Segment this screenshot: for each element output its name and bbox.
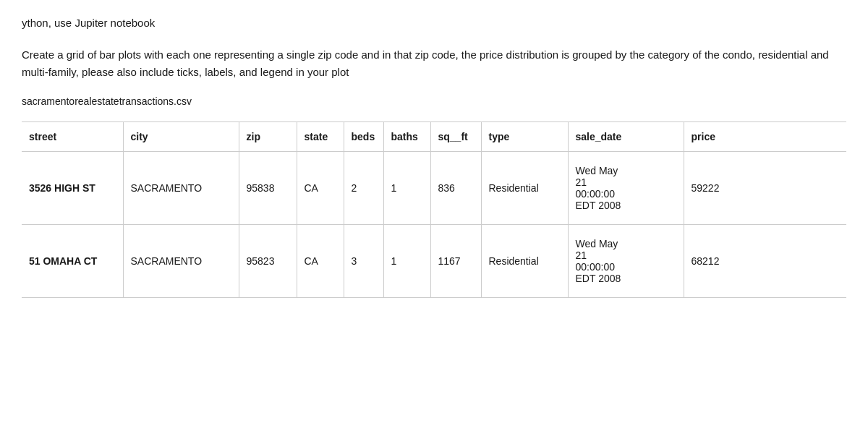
intro-line: ython, use Jupiter notebook [22, 14, 846, 32]
col-header-state: state [297, 122, 344, 152]
cell-city: SACRAMENTO [123, 225, 239, 298]
cell-sale-date: Wed May2100:00:00EDT 2008 [568, 152, 684, 225]
cell-street: 51 OMAHA CT [22, 225, 123, 298]
cell-baths: 1 [383, 152, 430, 225]
cell-baths: 1 [383, 225, 430, 298]
cell-type: Residential [481, 225, 568, 298]
cell-sqft: 836 [430, 152, 481, 225]
cell-beds: 3 [344, 225, 383, 298]
cell-price: 59222 [684, 152, 846, 225]
col-header-sqft: sq__ft [430, 122, 481, 152]
data-table: street city zip state beds baths sq__ft … [22, 121, 846, 298]
table-row: 51 OMAHA CTSACRAMENTO95823CA311167Reside… [22, 225, 846, 298]
table-header-row: street city zip state beds baths sq__ft … [22, 122, 846, 152]
cell-type: Residential [481, 152, 568, 225]
cell-zip: 95823 [239, 225, 297, 298]
filename-text: sacramentorealestatetransactions.csv [22, 95, 192, 107]
col-header-city: city [123, 122, 239, 152]
page-container: ython, use Jupiter notebook Create a gri… [0, 0, 868, 298]
cell-city: SACRAMENTO [123, 152, 239, 225]
col-header-street: street [22, 122, 123, 152]
instruction-text: Create a grid of bar plots with each one… [22, 46, 846, 81]
cell-sqft: 1167 [430, 225, 481, 298]
table-row: 3526 HIGH STSACRAMENTO95838CA21836Reside… [22, 152, 846, 225]
intro-partial: ython, use Jupiter notebook [22, 17, 155, 29]
col-header-beds: beds [344, 122, 383, 152]
filename: sacramentorealestatetransactions.csv [22, 95, 846, 107]
cell-zip: 95838 [239, 152, 297, 225]
cell-street: 3526 HIGH ST [22, 152, 123, 225]
cell-price: 68212 [684, 225, 846, 298]
cell-state: CA [297, 225, 344, 298]
col-header-type: type [481, 122, 568, 152]
col-header-sale-date: sale_date [568, 122, 684, 152]
instruction-body: Create a grid of bar plots with each one… [22, 48, 829, 78]
cell-beds: 2 [344, 152, 383, 225]
col-header-baths: baths [383, 122, 430, 152]
cell-sale-date: Wed May2100:00:00EDT 2008 [568, 225, 684, 298]
col-header-zip: zip [239, 122, 297, 152]
cell-state: CA [297, 152, 344, 225]
col-header-price: price [684, 122, 846, 152]
